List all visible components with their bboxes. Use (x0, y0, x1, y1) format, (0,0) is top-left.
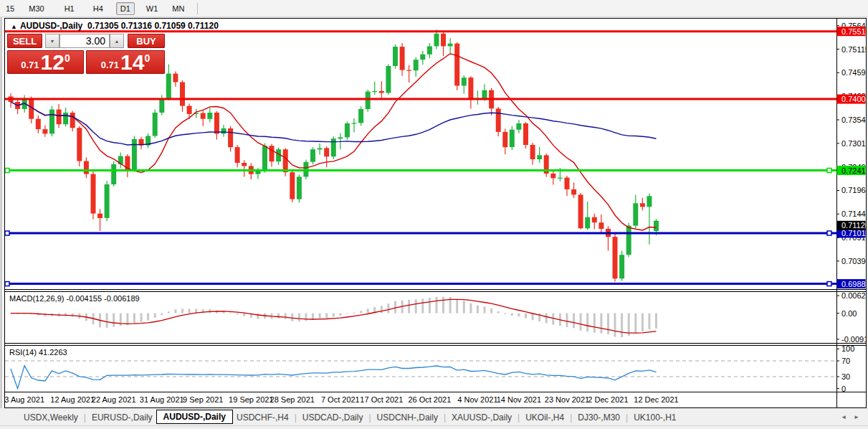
sell-button[interactable]: SELL (7, 34, 42, 48)
date-label: 2 Dec 2021 (588, 395, 628, 404)
timeframe-button-15[interactable]: 15 (1, 2, 19, 15)
line-price-label: 0.74002 (841, 95, 866, 103)
sell-button-label: SELL (13, 36, 37, 47)
timeframe-button-m30[interactable]: M30 (24, 2, 48, 15)
date-label: 7 Oct 2021 (321, 395, 360, 404)
volume-increase-button[interactable]: ▲ (110, 34, 124, 48)
line-price-label: 0.71012 (841, 229, 866, 237)
macd-tick-label: -0.009197 (841, 335, 866, 344)
chart-symbol-label: AUDUSD-,Daily (20, 21, 82, 31)
macd-tick-label: 0.006201 (841, 291, 866, 300)
line-handle[interactable] (827, 169, 831, 173)
rsi-indicator-label: RSI(14) 41.2263 (9, 348, 67, 357)
rsi-tick-label: 0 (841, 385, 846, 393)
price-tick-label: 0.71965 (841, 186, 866, 194)
volume-decrease-button[interactable]: ▼ (45, 34, 59, 48)
status-strip (0, 425, 868, 429)
line-price-label: 0.72412 (841, 166, 866, 175)
price-tick-label: 0.75115 (841, 45, 866, 54)
date-label: 17 Oct 2021 (360, 395, 403, 404)
chart-tab-eurusd-daily[interactable]: EURUSD-,Daily (88, 412, 156, 423)
buy-button[interactable]: BUY (128, 34, 165, 48)
tab-separator: | (624, 412, 630, 423)
bid-price-display[interactable]: 0.71 12 0 (7, 50, 84, 74)
tab-separator: | (515, 412, 522, 423)
spin-up-icon: ▲ (115, 39, 120, 44)
tab-scroll-left-icon[interactable]: ◄ (841, 414, 846, 420)
date-label: 12 Aug 2021 (50, 395, 95, 404)
price-tick-label: 0.73015 (841, 139, 866, 148)
window-left-border (1, 17, 1, 408)
timeframe-button-d1[interactable]: D1 (116, 2, 135, 15)
date-label: 3 Aug 2021 (5, 395, 44, 404)
date-label: 28 Sep 2021 (270, 395, 315, 404)
spin-down-icon: ▼ (50, 39, 55, 44)
date-label: 12 Dec 2021 (634, 395, 678, 404)
buy-button-label: BUY (136, 36, 156, 47)
date-label: 22 Aug 2021 (92, 395, 136, 404)
tab-separator: | (442, 412, 448, 423)
ask-price-pips: 14 (120, 52, 144, 72)
rsi-tick-label: 70 (841, 357, 850, 365)
date-label: 14 Nov 2021 (497, 395, 541, 404)
line-price-label: 0.75512 (841, 27, 866, 36)
chart-ohlc-values: 0.71305 0.71316 0.71059 0.71120 (87, 21, 219, 31)
macd-tick-label: 0.00 (841, 309, 857, 318)
volume-input[interactable] (59, 34, 110, 48)
chart-tab-uk100-h1[interactable]: UK100-,H1 (630, 412, 679, 423)
chart-tab-dj30-m30[interactable]: DJ30-,M30 (574, 412, 624, 423)
chart-tab-audusd-daily[interactable]: AUDUSD-,Daily (156, 410, 233, 424)
timeframe-button-w1[interactable]: W1 (142, 2, 163, 15)
tab-separator: | (292, 412, 299, 423)
line-handle[interactable] (5, 231, 9, 235)
chart-tab-usdcad-daily[interactable]: USDCAD-,Daily (299, 412, 367, 423)
tab-separator: | (82, 412, 88, 423)
line-handle[interactable] (5, 282, 9, 286)
one-click-trading-panel: SELL ▼ ▲ BUY 0.71 12 0 0.71 14 0 (7, 33, 165, 74)
rsi-line (11, 366, 657, 389)
chart-tab-bar: USDX,Weekly|EURUSD-,DailyAUDUSD-,DailyUS… (0, 409, 868, 425)
bid-price-pips: 12 (41, 52, 65, 72)
line-handle[interactable] (5, 169, 9, 173)
chart-window: 0.756400.751150.745900.740650.735400.730… (4, 18, 867, 408)
timeframe-button-mn[interactable]: MN (168, 2, 189, 15)
ask-price-prefix: 0.71 (101, 60, 119, 73)
chart-tab-usdcnh-daily[interactable]: USDCNH-,Daily (373, 412, 442, 423)
chart-tab-usdx-weekly[interactable]: USDX,Weekly (20, 412, 82, 423)
date-label: 23 Nov 2021 (545, 395, 589, 404)
chart-area[interactable]: 0.756400.751150.745900.740650.735400.730… (5, 19, 866, 407)
toolbar-separator (197, 3, 198, 14)
tab-separator: | (366, 412, 373, 423)
date-label: 4 Nov 2021 (457, 395, 497, 404)
chart-title: ▲AUDUSD-,Daily 0.71305 0.71316 0.71059 0… (11, 21, 219, 31)
chart-collapse-arrow[interactable]: ▲ (11, 23, 17, 30)
price-tick-label: 0.74590 (841, 68, 866, 77)
tab-separator: | (568, 412, 574, 423)
date-label: 19 Sep 2021 (229, 395, 273, 404)
ask-price-display[interactable]: 0.71 14 0 (86, 50, 165, 74)
bid-price-pipette: 0 (65, 51, 70, 64)
date-label: 31 Aug 2021 (140, 395, 184, 404)
line-handle[interactable] (827, 231, 831, 235)
macd-indicator-label: MACD(12,26,9) -0.004155 -0.006189 (9, 294, 140, 303)
timeframe-toolbar: 15M30H1H4D1W1MN (0, 0, 868, 17)
line-handle[interactable] (827, 282, 831, 286)
tab-scroll-right-icon[interactable]: ► (854, 414, 859, 420)
bid-price-prefix: 0.71 (21, 60, 39, 73)
line-price-label: 0.69884 (841, 280, 866, 288)
chart-tab-usdchf-h4[interactable]: USDCHF-,H4 (233, 412, 292, 423)
date-label: 9 Sep 2021 (183, 395, 223, 404)
rsi-tick-label: 30 (841, 372, 850, 381)
timeframe-button-h1[interactable]: H1 (60, 2, 79, 15)
timeframe-button-h4[interactable]: H4 (89, 2, 108, 15)
rsi-tick-label: 100 (841, 344, 854, 353)
price-tick-label: 0.73540 (841, 116, 866, 124)
chart-tab-xauusd-daily[interactable]: XAUUSD-,Daily (448, 412, 515, 423)
current-price-label: 0.71120 (841, 221, 866, 230)
price-tick-label: 0.70390 (841, 257, 866, 265)
date-label: 26 Oct 2021 (408, 395, 451, 404)
ask-price-pipette: 0 (144, 51, 150, 64)
price-tick-label: 0.71440 (841, 209, 866, 218)
chart-tab-ukoil-h4[interactable]: UKOil-,H4 (522, 412, 568, 423)
